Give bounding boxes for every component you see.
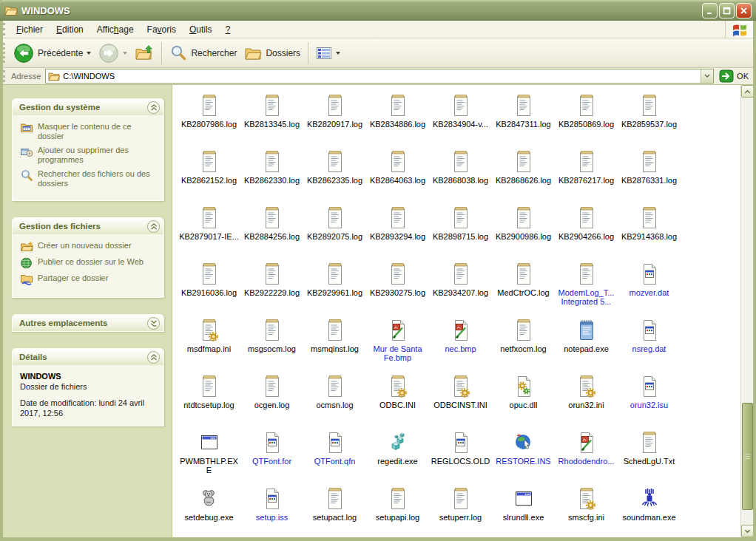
file-item[interactable]: setuperr.log <box>429 484 492 537</box>
file-item[interactable]: ntdtcsetup.log <box>178 372 240 428</box>
file-item[interactable]: SchedLgU.Txt <box>618 428 681 484</box>
menu-item[interactable]: Edition <box>50 21 90 38</box>
file-item[interactable]: KB2929961.log <box>303 259 366 316</box>
file-item[interactable]: KB2862335.log <box>303 147 366 203</box>
file-item[interactable]: ODBCINST.INI <box>429 372 492 428</box>
file-item[interactable]: nec.bmp <box>429 316 492 372</box>
menu-item[interactable]: Favoris <box>141 21 183 38</box>
forward-button[interactable] <box>95 41 131 65</box>
task-link[interactable]: Créer un nouveau dossier <box>20 241 159 253</box>
scroll-down-button[interactable] <box>741 525 753 537</box>
file-item[interactable]: KB2898715.log <box>429 203 492 259</box>
views-button[interactable] <box>312 44 344 62</box>
file-item[interactable]: slrundll.exe <box>492 484 555 537</box>
file-item[interactable]: setdebug.exe <box>178 484 240 537</box>
task-link[interactable]: Rechercher des fichiers ou des dossiers <box>20 169 159 188</box>
file-item[interactable]: KB2904266.log <box>555 203 618 259</box>
back-dropdown-caret[interactable] <box>87 52 91 57</box>
file-item[interactable]: ocmsn.log <box>303 372 366 428</box>
file-item[interactable]: smscfg.ini <box>555 484 618 537</box>
file-item[interactable]: Rhododendro... <box>555 428 618 484</box>
menu-item[interactable]: Affichage <box>90 21 141 38</box>
panel-header[interactable]: Autres emplacements <box>13 315 163 331</box>
views-dropdown-caret[interactable] <box>336 52 340 57</box>
file-item[interactable]: KB2859537.log <box>618 91 681 147</box>
file-item[interactable]: nsreg.dat <box>618 316 681 372</box>
forward-dropdown-caret[interactable] <box>123 52 127 57</box>
panel-header[interactable]: Détails <box>13 349 163 365</box>
file-item[interactable]: REGLOCS.OLD <box>429 428 492 484</box>
file-item[interactable]: KB2900986.log <box>492 203 555 259</box>
file-item[interactable]: orun32.ini <box>555 372 618 428</box>
file-item[interactable]: netfxocm.log <box>492 316 555 372</box>
file-item[interactable]: KB2884256.log <box>240 203 303 259</box>
file-item[interactable]: KB2893294.log <box>366 203 429 259</box>
vertical-scrollbar[interactable] <box>740 85 753 537</box>
folders-button[interactable]: Dossiers <box>240 43 304 64</box>
file-item[interactable]: ODBC.INI <box>366 372 429 428</box>
file-item[interactable]: opuc.dll <box>492 372 555 428</box>
file-item[interactable]: KB2813345.log <box>240 91 303 147</box>
address-dropdown-button[interactable] <box>701 69 713 83</box>
file-item[interactable]: RESTORE.INS <box>492 428 555 484</box>
file-item[interactable]: Mur de Santa Fe.bmp <box>366 316 429 372</box>
file-item[interactable]: KB2850869.log <box>555 91 618 147</box>
file-item[interactable]: KB2876217.log <box>555 147 618 203</box>
task-link[interactable]: Ajouter ou supprimer des programmes <box>20 146 159 165</box>
file-item[interactable]: KB2914368.log <box>618 203 681 259</box>
address-grip[interactable] <box>3 70 8 81</box>
task-link[interactable]: Publier ce dossier sur le Web <box>20 257 159 269</box>
file-item[interactable]: KB2916036.log <box>178 259 240 316</box>
file-item[interactable]: setup.iss <box>240 484 303 537</box>
go-button[interactable]: OK <box>719 69 749 83</box>
up-button[interactable] <box>131 42 158 64</box>
menu-item[interactable]: ? <box>219 21 237 38</box>
toolbar-grip[interactable] <box>3 43 8 63</box>
file-item[interactable]: ocgen.log <box>240 372 303 428</box>
file-item[interactable]: KB2868626.log <box>492 147 555 203</box>
file-item[interactable]: KB2868038.log <box>429 147 492 203</box>
file-item[interactable]: QTFont.for <box>240 428 303 484</box>
file-item[interactable]: KB2862330.log <box>240 147 303 203</box>
file-item[interactable]: PWMBTHLP.EXE <box>178 428 240 484</box>
menu-item[interactable]: Fichier <box>10 21 50 38</box>
maximize-button[interactable] <box>719 3 735 18</box>
close-button[interactable] <box>736 3 752 18</box>
file-item[interactable]: KB2820917.log <box>303 91 366 147</box>
task-link[interactable]: Masquer le contenu de ce dossier <box>20 122 159 141</box>
menu-grip[interactable] <box>3 23 8 35</box>
file-item[interactable]: notepad.exe <box>555 316 618 372</box>
chevron-up-icon[interactable] <box>147 351 160 364</box>
panel-header[interactable]: Gestion du système <box>13 99 163 115</box>
file-item[interactable]: MedCtrOC.log <box>492 259 555 316</box>
file-item[interactable]: msgsocm.log <box>240 316 303 372</box>
file-item[interactable]: setupact.log <box>303 484 366 537</box>
back-button[interactable]: Précédente <box>10 41 95 65</box>
file-item[interactable]: msmqinst.log <box>303 316 366 372</box>
file-item[interactable]: ModemLog_T... Integrated 5... <box>555 259 618 316</box>
file-item[interactable]: KB2864063.log <box>366 147 429 203</box>
file-item[interactable]: KB2847311.log <box>492 91 555 147</box>
panel-header[interactable]: Gestion des fichiers <box>13 218 163 234</box>
menu-item[interactable]: Outils <box>183 21 219 38</box>
minimize-button[interactable] <box>702 3 718 18</box>
file-item[interactable]: KB2892075.log <box>303 203 366 259</box>
search-button[interactable]: Rechercher <box>166 43 240 64</box>
chevron-down-icon[interactable] <box>147 317 160 330</box>
chevron-up-icon[interactable] <box>147 220 160 233</box>
file-item[interactable]: KB2879017-IE... <box>178 203 240 259</box>
file-item[interactable]: KB2930275.log <box>366 259 429 316</box>
chevron-up-icon[interactable] <box>147 101 160 114</box>
file-item[interactable]: KB2876331.log <box>618 147 681 203</box>
file-item[interactable]: QTFont.qfn <box>303 428 366 484</box>
scroll-up-button[interactable] <box>741 85 753 98</box>
file-item[interactable]: KB2807986.log <box>178 91 240 147</box>
file-item[interactable]: regedit.exe <box>366 428 429 484</box>
file-item[interactable]: orun32.isu <box>618 372 681 428</box>
file-item[interactable]: setupapi.log <box>366 484 429 537</box>
file-item[interactable]: KB2834886.log <box>366 91 429 147</box>
file-item[interactable]: msdfmap.ini <box>178 316 240 372</box>
file-item[interactable]: KB2862152.log <box>178 147 240 203</box>
file-item[interactable]: KB2934207.log <box>429 259 492 316</box>
file-item[interactable]: soundman.exe <box>618 484 681 537</box>
